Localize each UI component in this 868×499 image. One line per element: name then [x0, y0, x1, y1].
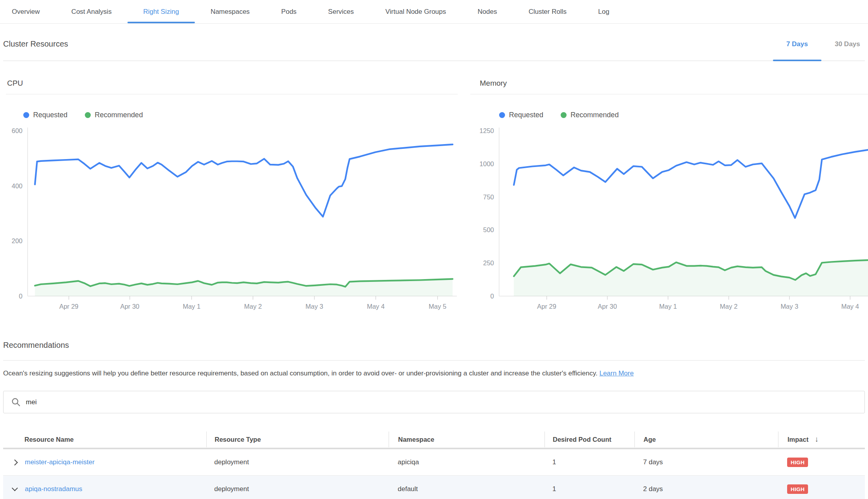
svg-text:Apr 29: Apr 29 [537, 303, 556, 310]
search-box [3, 391, 865, 413]
resource-name-link[interactable]: apiqa-nostradamus [25, 485, 82, 493]
column-header-impact-label: Impact [788, 436, 808, 443]
column-header-resource-name[interactable]: Resource Name [3, 431, 206, 447]
memory-line-chart: 025050075010001250Apr 29Apr 30May 1May 2… [470, 125, 868, 311]
resource-name-cell: meister-apiciqa-meister [3, 458, 206, 466]
tab-services[interactable]: Services [312, 0, 370, 23]
legend-label-recommended: Recommended [95, 111, 143, 119]
tab-virtual-node-groups[interactable]: Virtual Node Groups [370, 0, 462, 23]
tab-cluster-rolls[interactable]: Cluster Rolls [513, 0, 582, 23]
cluster-resources-header: Cluster Resources 7 Days 30 Days [3, 24, 865, 61]
svg-text:May 5: May 5 [429, 303, 447, 310]
legend-label-requested: Requested [33, 111, 67, 119]
impact-high-badge: HIGH [787, 484, 808, 494]
resource-type-cell: deployment [206, 458, 389, 466]
recommendations-table: Resource Name Resource Type Namespace De… [3, 431, 865, 499]
range-tab-7-days[interactable]: 7 Days [773, 28, 821, 60]
table-header-row: Resource Name Resource Type Namespace De… [3, 431, 865, 449]
svg-text:400: 400 [11, 182, 22, 189]
svg-text:750: 750 [483, 193, 494, 201]
tab-log[interactable]: Log [582, 0, 625, 23]
range-tab-30-days[interactable]: 30 Days [821, 28, 865, 60]
svg-text:May 3: May 3 [780, 303, 798, 310]
svg-text:May 2: May 2 [244, 303, 262, 310]
cpu-legend-requested: Requested [23, 111, 67, 119]
svg-text:Apr 30: Apr 30 [120, 303, 140, 310]
column-header-resource-type[interactable]: Resource Type [206, 431, 389, 447]
svg-text:0: 0 [490, 293, 494, 300]
cpu-chart-section: CPU Requested Recommended 0200400600Apr … [6, 79, 458, 311]
svg-text:Apr 29: Apr 29 [59, 303, 79, 310]
recommendations-section: Recommendations Ocean's resizing suggest… [3, 341, 865, 499]
cpu-chart-legend: Requested Recommended [23, 111, 458, 119]
impact-cell: HIGH [778, 484, 865, 494]
namespace-cell: apiciqa [389, 458, 544, 466]
charts-row: CPU Requested Recommended 0200400600Apr … [3, 61, 865, 311]
resource-name-cell: apiqa-nostradamus [3, 485, 206, 493]
svg-text:500: 500 [483, 226, 494, 233]
memory-chart-legend: Requested Recommended [499, 111, 868, 119]
svg-text:200: 200 [11, 237, 22, 244]
tab-pods[interactable]: Pods [266, 0, 312, 23]
legend-label-requested: Requested [509, 111, 543, 119]
cpu-legend-recommended: Recommended [85, 111, 143, 119]
desired-pod-count-cell: 1 [544, 485, 634, 493]
requested-dot-icon [499, 112, 505, 118]
age-cell: 7 days [634, 458, 778, 466]
recommended-dot-icon [561, 112, 567, 118]
legend-label-recommended: Recommended [571, 111, 619, 119]
tab-overview[interactable]: Overview [0, 0, 56, 23]
tab-namespaces[interactable]: Namespaces [195, 0, 266, 23]
memory-chart-title: Memory [470, 79, 868, 94]
column-header-namespace[interactable]: Namespace [389, 431, 544, 447]
svg-text:May 4: May 4 [367, 303, 385, 310]
cpu-chart-title: CPU [6, 79, 458, 94]
svg-text:May 4: May 4 [841, 303, 859, 310]
main-tab-bar: Overview Cost Analysis Right Sizing Name… [0, 0, 868, 24]
column-header-age[interactable]: Age [634, 431, 778, 447]
memory-legend-requested: Requested [499, 111, 543, 119]
svg-text:250: 250 [483, 259, 494, 266]
tab-cost-analysis[interactable]: Cost Analysis [56, 0, 127, 23]
svg-text:Apr 30: Apr 30 [598, 303, 617, 310]
svg-text:600: 600 [11, 127, 22, 134]
column-header-impact[interactable]: Impact ↓ [778, 431, 865, 447]
impact-cell: HIGH [778, 458, 865, 467]
learn-more-link[interactable]: Learn More [599, 370, 634, 377]
search-input[interactable] [26, 398, 857, 406]
time-range-toggle: 7 Days 30 Days [773, 28, 865, 60]
namespace-cell: default [389, 485, 544, 493]
svg-text:0: 0 [19, 293, 22, 300]
chevron-right-icon[interactable] [12, 459, 18, 465]
table-row[interactable]: meister-apiciqa-meister deployment apici… [3, 449, 865, 476]
sort-descending-icon: ↓ [815, 435, 819, 444]
chevron-down-icon[interactable] [12, 485, 18, 491]
requested-dot-icon [23, 112, 29, 118]
desired-pod-count-cell: 1 [544, 458, 634, 466]
resource-name-link[interactable]: meister-apiciqa-meister [25, 458, 95, 466]
search-icon [11, 398, 21, 407]
impact-high-badge: HIGH [787, 458, 808, 467]
svg-text:May 1: May 1 [659, 303, 677, 310]
svg-text:1000: 1000 [479, 160, 494, 167]
recommendations-title: Recommendations [3, 341, 865, 350]
tab-nodes[interactable]: Nodes [462, 0, 513, 23]
column-header-desired-pod-count[interactable]: Desired Pod Count [544, 431, 634, 447]
recommendations-description: Ocean's resizing suggestions will help y… [3, 369, 865, 378]
svg-text:1250: 1250 [479, 127, 494, 134]
memory-legend-recommended: Recommended [561, 111, 619, 119]
recommendations-description-text: Ocean's resizing suggestions will help y… [3, 370, 597, 377]
svg-text:May 3: May 3 [305, 303, 323, 310]
divider [3, 360, 865, 361]
page-title: Cluster Resources [3, 39, 68, 49]
tab-right-sizing[interactable]: Right Sizing [127, 0, 195, 23]
age-cell: 2 days [634, 485, 778, 493]
cpu-line-chart: 0200400600Apr 29Apr 30May 1May 2May 3May… [6, 125, 458, 311]
svg-text:May 1: May 1 [183, 303, 200, 310]
resource-type-cell: deployment [206, 485, 389, 493]
recommended-dot-icon [85, 112, 91, 118]
table-row[interactable]: apiqa-nostradamus deployment default 1 2… [3, 476, 865, 499]
svg-text:May 2: May 2 [720, 303, 738, 310]
memory-chart-section: Memory Requested Recommended 02505007501… [470, 79, 868, 311]
